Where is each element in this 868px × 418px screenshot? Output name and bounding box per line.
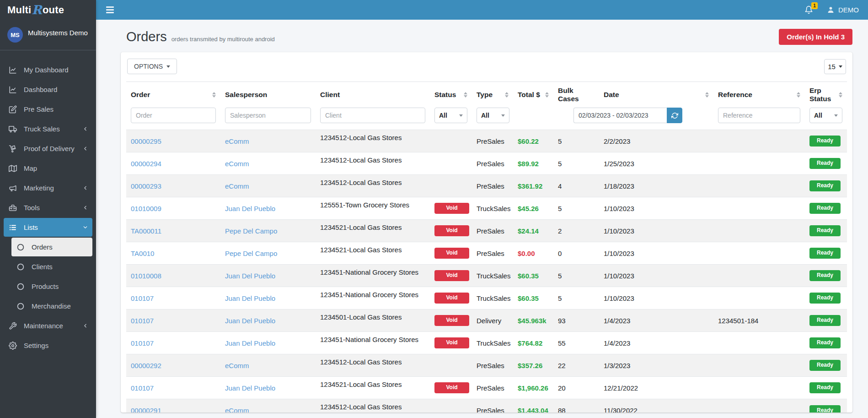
sidebar-item-label: Lists <box>24 223 38 231</box>
sort-icon[interactable] <box>839 92 842 98</box>
sidebar-item-label: Proof of Delivery <box>24 145 75 152</box>
page-size-select[interactable]: 15 <box>824 59 846 74</box>
status-cell <box>430 130 472 152</box>
truck-icon <box>8 125 18 133</box>
order-link[interactable]: 00000292 <box>131 362 161 369</box>
column-header-date[interactable]: Date <box>599 82 713 107</box>
order-link[interactable]: 010107 <box>131 339 154 347</box>
total-value: $1,443.04 <box>518 407 548 413</box>
sidebar-item-orders[interactable]: Orders <box>11 238 92 256</box>
salesperson-link[interactable]: Juan Del Pueblo <box>225 339 275 347</box>
order-filter-input[interactable] <box>131 108 216 123</box>
sort-icon[interactable] <box>545 92 549 98</box>
client-filter-input[interactable] <box>320 108 425 123</box>
order-link[interactable]: TA0010 <box>131 250 154 257</box>
notification-count-badge: 1 <box>811 2 818 9</box>
salesperson-link[interactable]: Pepe Del Campo <box>225 227 277 235</box>
refresh-dates-button[interactable] <box>667 108 682 123</box>
column-header-order[interactable]: Order <box>126 82 220 107</box>
date-cell: 1/10/2023 <box>599 265 713 287</box>
status-cell: Void <box>430 287 472 309</box>
order-link[interactable]: 00000295 <box>131 137 161 145</box>
type-cell: PreSales <box>472 377 513 399</box>
sidebar-item-dashboard[interactable]: Dashboard <box>4 80 92 99</box>
salesperson-link[interactable]: eComm <box>225 160 249 168</box>
salesperson-link[interactable]: Juan Del Pueblo <box>225 294 275 302</box>
sidebar-item-proof-of-delivery[interactable]: Proof of Delivery <box>4 139 92 158</box>
user-panel[interactable]: MS Multisystems Demo <box>0 20 96 50</box>
reference-cell <box>713 220 805 242</box>
order-link[interactable]: 010107 <box>131 384 154 392</box>
sidebar-item-pre-sales[interactable]: Pre Sales <box>4 100 92 119</box>
chevron-left-icon <box>82 205 88 211</box>
order-link[interactable]: TA000011 <box>131 227 161 235</box>
order-link[interactable]: 00000294 <box>131 160 161 168</box>
table-header-row: OrderSalespersonClientStatusTypeTotal $B… <box>126 82 847 107</box>
avatar: MS <box>7 27 23 43</box>
column-header-reference[interactable]: Reference <box>713 82 805 107</box>
brand-multi: Multi <box>7 4 31 16</box>
order-link[interactable]: 00000293 <box>131 182 161 190</box>
bulk-cases-cell: 22 <box>553 354 599 377</box>
sort-icon[interactable] <box>464 92 467 98</box>
sidebar-item-merchandise[interactable]: Merchandise <box>11 297 92 315</box>
sort-icon[interactable] <box>505 92 509 98</box>
status-cell: Void <box>430 242 472 265</box>
column-header-type[interactable]: Type <box>472 82 513 107</box>
hamburger-menu-icon[interactable] <box>105 5 115 15</box>
column-header-status[interactable]: Status <box>430 82 472 107</box>
salesperson-link[interactable]: eComm <box>225 182 249 190</box>
order-link[interactable]: 010107 <box>131 294 154 302</box>
sort-icon[interactable] <box>212 92 216 98</box>
table-row: 010107 Juan Del Pueblo 1234501-Local Gas… <box>126 309 847 332</box>
date-range-input[interactable] <box>573 108 667 123</box>
sidebar-item-lists[interactable]: Lists <box>4 218 92 237</box>
sidebar-item-truck-sales[interactable]: Truck Sales <box>4 119 92 138</box>
order-link[interactable]: 010107 <box>131 317 154 325</box>
reference-cell <box>713 242 805 265</box>
client-cell: 1234512-Local Gas Stores <box>316 152 430 175</box>
sort-icon[interactable] <box>797 92 800 98</box>
sidebar-item-clients[interactable]: Clients <box>11 257 92 276</box>
sidebar-item-map[interactable]: Map <box>4 159 92 178</box>
salesperson-link[interactable]: Juan Del Pueblo <box>225 205 275 212</box>
salesperson-link[interactable]: Juan Del Pueblo <box>225 317 275 325</box>
salesperson-link[interactable]: eComm <box>225 362 249 369</box>
salesperson-link[interactable]: Juan Del Pueblo <box>225 384 275 392</box>
user-menu[interactable]: DEMO <box>827 6 859 14</box>
erp-status-filter-select[interactable]: All <box>809 108 842 123</box>
options-button[interactable]: OPTIONS <box>127 59 177 74</box>
person-icon <box>827 6 835 14</box>
order-link[interactable]: 01010009 <box>131 205 161 212</box>
client-cell: 1234521-Local Gas Stores <box>316 377 430 399</box>
order-link[interactable]: 01010008 <box>131 272 161 280</box>
sidebar-item-settings[interactable]: Settings <box>4 336 92 355</box>
brand-logo[interactable]: MultiRoute <box>0 0 96 20</box>
sidebar-item-products[interactable]: Products <box>11 277 92 296</box>
reference-cell <box>713 287 805 309</box>
type-filter-select[interactable]: All <box>477 108 509 123</box>
status-cell: Void <box>430 220 472 242</box>
sidebar-item-maintenance[interactable]: Maintenance <box>4 316 92 335</box>
salesperson-filter-input[interactable] <box>225 108 311 123</box>
type-cell: TruckSales <box>472 332 513 354</box>
chart-line-icon <box>8 66 18 74</box>
reference-filter-input[interactable] <box>718 108 800 123</box>
status-filter-select[interactable]: All <box>434 108 467 123</box>
salesperson-link[interactable]: eComm <box>225 407 249 413</box>
salesperson-link[interactable]: Juan Del Pueblo <box>225 272 275 280</box>
column-label: Client <box>320 91 340 99</box>
column-header-total-[interactable]: Total $ <box>513 82 553 107</box>
client-cell: 1234521-Local Gas Stores <box>316 220 430 242</box>
username-label: DEMO <box>838 6 859 14</box>
column-header-erp-status[interactable]: Erp Status <box>805 82 847 107</box>
salesperson-link[interactable]: Pepe Del Campo <box>225 250 277 257</box>
sidebar-item-marketing[interactable]: Marketing <box>4 179 92 197</box>
sort-icon[interactable] <box>705 92 709 98</box>
order-link[interactable]: 00000291 <box>131 407 161 413</box>
salesperson-link[interactable]: eComm <box>225 137 249 145</box>
sidebar-item-tools[interactable]: Tools <box>4 198 92 217</box>
sidebar-item-my-dashboard[interactable]: My Dashboard <box>4 60 92 79</box>
orders-in-hold-button[interactable]: Order(s) In Hold 3 <box>779 29 852 45</box>
notifications-button[interactable]: 1 <box>804 5 813 14</box>
